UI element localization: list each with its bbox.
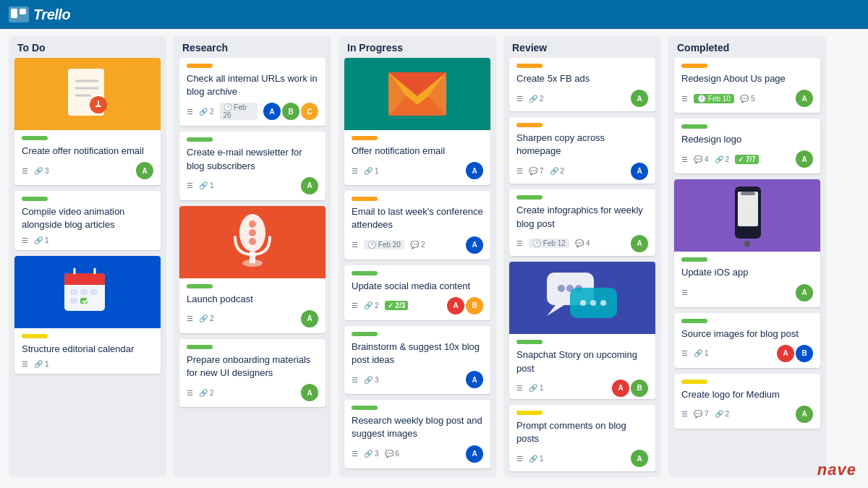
list-item[interactable]: Redesign logo ☰💬 4🔗 2✓ 7/7A [674,119,820,174]
avatar: A [301,310,318,328]
list-item[interactable]: Source images for blog post ☰🔗 1AB [674,313,820,368]
column-research: Research Check all internal URLs work in… [174,36,331,477]
card-date: 🕐 Feb 12 [529,239,569,248]
card-title: Research weekly blog post and suggest im… [352,414,483,440]
card-meta: ☰A [681,284,813,301]
card-menu-icon: ☰ [516,167,523,175]
card-attach-icon: 🔗 3 [364,376,379,384]
card-title: Source images for blog post [681,328,813,341]
card-menu-icon: ☰ [516,455,523,463]
card-meta: ☰🔗 1AB [516,380,648,397]
card-menu-icon: ☰ [187,314,193,322]
svg-marker-39 [605,318,617,323]
card-menu-icon: ☰ [22,360,28,368]
list-item[interactable]: Brainstorm & suggest 10x blog post ideas… [344,326,490,394]
card-menu-icon: ☰ [516,239,523,247]
card-label [352,406,378,410]
card-title: Redesign About Us page [681,72,813,85]
avatar: C [301,103,318,120]
card-menu-icon: ☰ [352,167,358,175]
card-label [681,257,707,262]
list-item[interactable]: Create logo for Medium ☰💬 7🔗 2A [674,374,820,429]
avatar: A [777,345,794,362]
header: Trello [0,0,868,29]
card-body: Check all internal URLs work in blog arc… [179,58,326,126]
list-item[interactable]: Snapchat Story on upcoming post ☰🔗 1AB [509,262,655,399]
list-item[interactable]: Check all internal URLs work in blog arc… [179,58,326,126]
card-title: Update iOS app [681,266,813,279]
list-item[interactable]: Create 5x FB ads ☰🔗 2A [509,58,655,111]
list-item[interactable]: Create offer notification email ☰🔗 3A [14,58,161,185]
card-avatars: A [796,284,813,301]
card-title: Offer notification email [352,145,483,158]
card-body: Create 5x FB ads ☰🔗 2A [509,58,655,111]
card-avatars: AB [777,345,813,362]
card-title: Launch podcast [187,293,318,306]
list-item[interactable]: Launch podcast ☰🔗 2A [179,206,326,333]
card-label [352,136,378,140]
column-todo: To Do Create offer notification email ☰🔗… [9,36,166,477]
card-label [516,64,542,68]
list-item[interactable]: Update social media content ☰🔗 2✓ 2/3AB [344,265,490,320]
card-label [22,136,48,140]
list-item[interactable]: Structure editorial calendar ☰🔗 1 [14,256,161,374]
card-avatars: A [466,445,483,463]
card-attach-icon: 🔗 2 [199,108,214,116]
card-body: Structure editorial calendar ☰🔗 1 [14,328,161,374]
card-menu-icon: ☰ [681,155,688,163]
card-label [352,332,378,336]
card-label [681,124,707,129]
list-item[interactable]: Create e-mail newsletter for blog subscr… [179,132,326,200]
list-item[interactable]: Research weekly blog post and suggest im… [344,400,490,468]
card-attach-icon: 🔗 1 [34,360,49,368]
card-avatars: A [631,90,648,107]
card-menu-icon: ☰ [352,376,358,384]
card-avatars: A [631,450,648,467]
avatar: A [136,162,153,179]
card-body: Offer notification email ☰🔗 1A [344,130,490,185]
card-menu-icon: ☰ [187,181,193,189]
card-avatars: A [136,162,153,179]
card-comment-icon: 💬 4 [694,155,709,163]
list-item[interactable]: Email to last week's conference attendee… [344,191,490,259]
card-avatars: A [796,90,813,107]
avatar: A [631,235,648,252]
card-title: Update social media content [352,280,483,293]
trello-logo-text: Trello [33,7,70,23]
list-item[interactable]: Redesign About Us page ☰🕐 Feb 10💬 5A [674,58,820,113]
card-meta: ☰🔗 2✓ 2/3AB [352,297,483,314]
avatar: A [796,284,813,301]
card-image-doc [14,58,161,130]
card-label [516,340,542,344]
list-item[interactable]: Compile video animation alongside blog a… [14,191,161,249]
card-avatars: A [796,150,813,168]
column-completed: Completed Redesign About Us page ☰🕐 Feb … [668,36,826,477]
list-item[interactable]: Prompt comments on blog posts ☰🔗 1A [509,405,655,471]
svg-point-46 [744,241,750,247]
card-avatars: A [631,235,648,252]
card-body: Create e-mail newsletter for blog subscr… [179,132,326,200]
card-meta: ☰🔗 2A [187,384,318,401]
card-attach-icon: 🔗 2 [715,155,730,163]
list-item[interactable]: Offer notification email ☰🔗 1A [344,58,490,185]
list-item[interactable]: Sharpen copy across homepage ☰💬 7🔗 2A [509,117,655,184]
card-avatars: A [631,163,648,180]
card-comment-icon: 💬 4 [575,239,590,247]
svg-point-26 [249,229,256,236]
card-attach-icon: 🔗 2 [364,301,379,309]
column-header: Completed [668,36,826,58]
column-review: Review Create 5x FB ads ☰🔗 2A Sharpen co… [503,36,661,477]
card-label [187,64,213,68]
list-item[interactable]: Prepare onboarding materials for new UI … [179,339,326,407]
card-meta: ☰🔗 2🕐 Feb 26ABC [187,103,318,120]
avatar: A [631,450,648,467]
list-item[interactable]: Update iOS app ☰A [674,179,820,307]
card-meta: ☰🔗 3A [22,162,153,179]
card-image-email [344,58,490,130]
card-image-calendar [14,256,161,328]
card-body: Snapchat Story on upcoming post ☰🔗 1AB [509,334,655,399]
svg-rect-16 [80,289,88,295]
card-menu-icon: ☰ [516,95,523,103]
list-item[interactable]: Create infographics for weekly blog post… [509,189,655,256]
card-attach-icon: 🔗 2 [529,95,544,103]
